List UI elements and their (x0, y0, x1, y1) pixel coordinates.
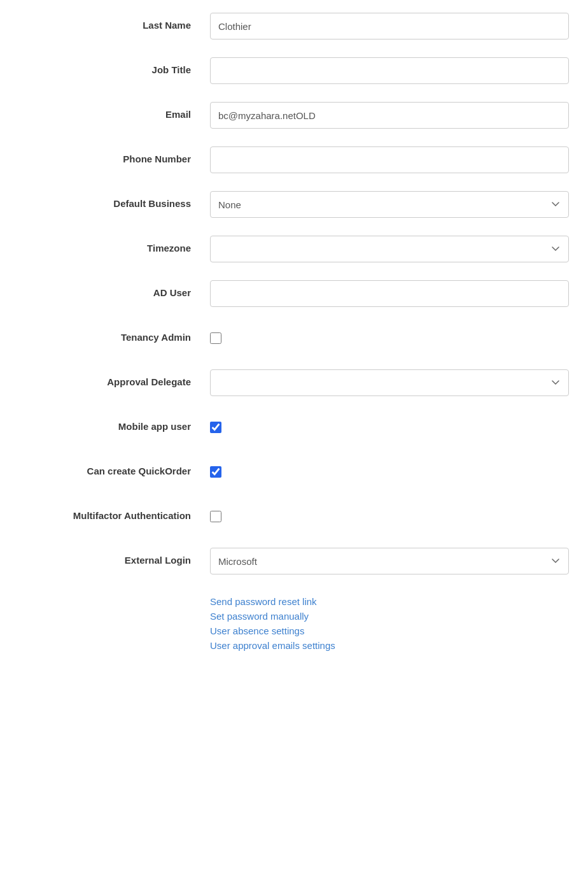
job-title-row: Job Title (19, 57, 569, 88)
action-links: Send password reset link Set password ma… (210, 592, 569, 651)
multifactor-auth-wrap (210, 503, 569, 525)
user-absence-settings-link[interactable]: User absence settings (210, 625, 569, 636)
approval-delegate-label: Approval Delegate (19, 369, 210, 389)
user-approval-emails-link[interactable]: User approval emails settings (210, 640, 569, 651)
external-login-select[interactable]: Microsoft (210, 548, 569, 574)
approval-delegate-wrap (210, 369, 569, 396)
job-title-input[interactable] (210, 57, 569, 84)
mobile-app-user-label: Mobile app user (19, 414, 210, 433)
mobile-app-user-row: Mobile app user (19, 414, 569, 445)
ad-user-label: AD User (19, 280, 210, 299)
ad-user-row: AD User (19, 280, 569, 311)
multifactor-auth-checkbox[interactable] (210, 511, 221, 522)
email-input[interactable] (210, 102, 569, 129)
timezone-wrap (210, 236, 569, 262)
tenancy-admin-wrap (210, 325, 569, 346)
default-business-row: Default Business None (19, 191, 569, 222)
default-business-wrap: None (210, 191, 569, 218)
timezone-select[interactable] (210, 236, 569, 262)
set-password-manually-link[interactable]: Set password manually (210, 611, 569, 622)
last-name-input[interactable] (210, 13, 569, 39)
links-row: Send password reset link Set password ma… (19, 592, 569, 651)
can-create-quickorder-row: Can create QuickOrder (19, 459, 569, 489)
tenancy-admin-label: Tenancy Admin (19, 325, 210, 344)
can-create-quickorder-wrap (210, 459, 569, 480)
external-login-wrap: Microsoft (210, 548, 569, 574)
external-login-row: External Login Microsoft (19, 548, 569, 578)
multifactor-auth-label: Multifactor Authentication (19, 503, 210, 522)
phone-number-row: Phone Number (19, 146, 569, 177)
can-create-quickorder-label: Can create QuickOrder (19, 459, 210, 478)
timezone-row: Timezone (19, 236, 569, 266)
tenancy-admin-row: Tenancy Admin (19, 325, 569, 355)
approval-delegate-select[interactable] (210, 369, 569, 396)
email-row: Email (19, 102, 569, 132)
job-title-label: Job Title (19, 57, 210, 76)
links-wrap: Send password reset link Set password ma… (210, 592, 569, 651)
default-business-label: Default Business (19, 191, 210, 210)
send-password-reset-link[interactable]: Send password reset link (210, 596, 569, 607)
tenancy-admin-checkbox[interactable] (210, 332, 221, 344)
can-create-quickorder-checkbox[interactable] (210, 466, 221, 478)
ad-user-input[interactable] (210, 280, 569, 307)
multifactor-auth-row: Multifactor Authentication (19, 503, 569, 534)
default-business-select[interactable]: None (210, 191, 569, 218)
ad-user-wrap (210, 280, 569, 307)
links-label-spacer (19, 592, 210, 599)
last-name-row: Last Name (19, 13, 569, 43)
job-title-wrap (210, 57, 569, 84)
mobile-app-user-wrap (210, 414, 569, 436)
last-name-wrap (210, 13, 569, 39)
phone-number-label: Phone Number (19, 146, 210, 166)
approval-delegate-row: Approval Delegate (19, 369, 569, 400)
last-name-label: Last Name (19, 13, 210, 32)
email-label: Email (19, 102, 210, 121)
mobile-app-user-checkbox[interactable] (210, 422, 221, 433)
email-wrap (210, 102, 569, 129)
external-login-label: External Login (19, 548, 210, 567)
phone-number-input[interactable] (210, 146, 569, 173)
timezone-label: Timezone (19, 236, 210, 255)
phone-number-wrap (210, 146, 569, 173)
